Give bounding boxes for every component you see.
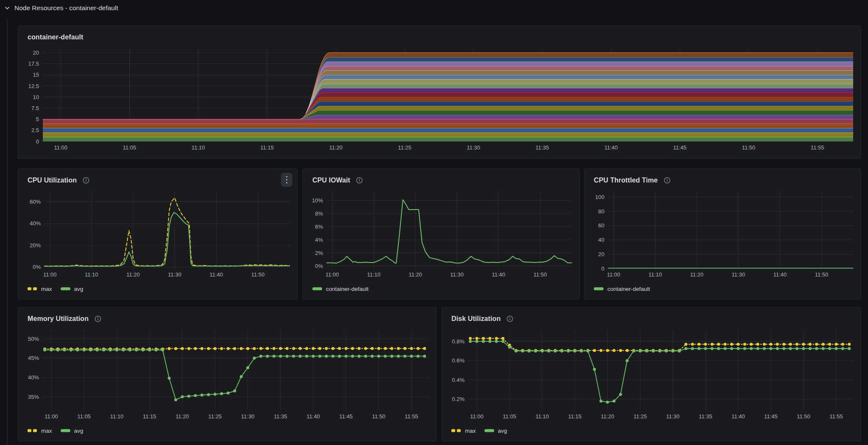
svg-text:11:10: 11:10 [535,413,549,420]
svg-text:11:10: 11:10 [192,144,205,151]
series-line-icon [484,429,495,432]
svg-text:11:25: 11:25 [209,413,222,420]
svg-text:2.5: 2.5 [31,127,39,133]
svg-text:11:40: 11:40 [732,413,745,420]
svg-text:11:05: 11:05 [123,144,136,151]
panel-header[interactable]: Disk Utilization [442,307,861,325]
legend-label: avg [74,286,83,292]
legend-label: container-default [326,286,369,292]
series-line-icon [594,287,604,290]
svg-text:11:10: 11:10 [367,271,381,278]
panel-container-default: container-default 11:0011:0511:1011:1511… [18,25,861,159]
svg-text:60: 60 [598,222,604,229]
svg-text:0.2%: 0.2% [452,396,465,402]
svg-text:11:30: 11:30 [450,271,464,278]
svg-text:11:10: 11:10 [85,271,98,278]
svg-text:11:45: 11:45 [764,413,778,420]
svg-text:11:40: 11:40 [773,271,787,278]
svg-text:11:00: 11:00 [607,271,620,278]
svg-text:20%: 20% [30,242,41,249]
svg-text:11:15: 11:15 [143,413,156,420]
info-icon[interactable] [95,315,101,322]
series-dashed-icon [28,287,38,290]
svg-text:11:25: 11:25 [634,413,647,420]
info-icon[interactable] [506,315,513,322]
svg-text:11:30: 11:30 [666,413,680,420]
memory-utilization-chart[interactable]: 11:0011:0511:1011:1511:2011:2511:3011:35… [22,327,431,422]
svg-text:11:10: 11:10 [648,271,662,278]
svg-text:0%: 0% [315,263,323,269]
panel-header[interactable]: Memory Utilization [18,307,436,325]
legend-item-max[interactable]: max [28,428,52,434]
legend: maxavg [28,284,83,294]
disk-utilization-chart[interactable]: 11:0011:0511:1011:1511:2011:2511:3011:35… [446,327,856,422]
svg-text:11:40: 11:40 [492,271,505,278]
svg-text:11:05: 11:05 [503,413,516,420]
cpu-throttled-chart[interactable]: 11:0011:1011:2011:3011:4011:500204060801… [589,188,856,280]
legend-label: container-default [607,286,650,292]
svg-text:11:50: 11:50 [251,271,265,278]
info-icon[interactable] [356,177,363,184]
legend-item-avg[interactable]: avg [61,428,83,434]
svg-text:11:50: 11:50 [534,271,547,278]
svg-text:0.4%: 0.4% [452,377,465,383]
panel-menu-button[interactable] [281,173,292,187]
cpu-iowait-chart[interactable]: 11:0011:1011:2011:3011:4011:500%2%4%6%8%… [307,188,574,280]
legend-item-avg[interactable]: avg [61,286,83,292]
svg-text:40%: 40% [30,220,41,227]
svg-text:11:20: 11:20 [329,144,343,151]
svg-text:11:20: 11:20 [690,271,704,278]
svg-text:11:50: 11:50 [372,413,386,420]
panel-header[interactable]: CPU Utilization [18,169,297,187]
panel-header[interactable]: container-default [18,26,861,44]
svg-text:11:55: 11:55 [405,413,418,420]
panel-title: CPU Throttled Time [594,177,658,184]
panel-header[interactable]: CPU Throttled Time [584,169,861,187]
svg-text:10%: 10% [312,197,323,204]
svg-text:20: 20 [598,251,604,257]
legend-item-avg[interactable]: avg [484,428,507,434]
svg-text:11:20: 11:20 [409,271,422,278]
svg-text:2%: 2% [315,250,323,256]
panel-header[interactable]: CPU IOWait [303,169,579,187]
panel-title: Memory Utilization [28,315,89,323]
node-stack-chart[interactable]: 11:0011:0511:1011:1511:2011:2511:3011:35… [22,45,856,153]
panel-memory-utilization: Memory Utilization 11:0011:0511:1011:151… [18,307,437,441]
panel-title: Disk Utilization [451,315,501,323]
svg-text:11:00: 11:00 [54,144,67,151]
panel-cpu-throttled-time: CPU Throttled Time 11:0011:1011:2011:301… [584,169,861,299]
svg-text:11:50: 11:50 [742,144,756,151]
legend: container-default [594,284,650,294]
legend: maxavg [451,426,507,436]
cpu-utilization-chart[interactable]: 11:0011:1011:2011:3011:4011:500%20%40%60… [22,188,292,280]
svg-text:45%: 45% [28,355,39,361]
svg-text:11:40: 11:40 [209,271,223,278]
info-icon[interactable] [664,177,670,184]
legend-item-max[interactable]: max [28,286,52,292]
svg-text:0.8%: 0.8% [452,338,465,345]
svg-text:40%: 40% [28,374,39,381]
svg-text:11:30: 11:30 [732,271,745,278]
svg-text:0: 0 [601,265,604,272]
svg-text:11:20: 11:20 [126,271,140,278]
info-icon[interactable] [83,177,89,184]
svg-text:50%: 50% [28,336,39,342]
legend-item-max[interactable]: max [451,428,476,434]
svg-text:11:20: 11:20 [175,413,189,420]
svg-text:60%: 60% [30,199,41,205]
row-header[interactable]: Node Resources - container-default [4,4,118,12]
legend: container-default [312,284,369,294]
svg-text:4%: 4% [315,237,323,243]
svg-text:6%: 6% [315,224,323,230]
svg-text:12.5: 12.5 [28,83,39,89]
svg-text:11:00: 11:00 [45,413,58,420]
svg-text:11:15: 11:15 [568,413,581,420]
chevron-down-icon [4,5,10,11]
svg-text:8%: 8% [315,210,323,217]
svg-text:11:10: 11:10 [110,413,124,420]
legend-item-container-default[interactable]: container-default [312,286,369,292]
legend-item-container-default[interactable]: container-default [594,286,650,292]
series-line-icon [312,287,323,290]
svg-text:15: 15 [33,72,39,78]
svg-text:11:30: 11:30 [168,271,181,278]
